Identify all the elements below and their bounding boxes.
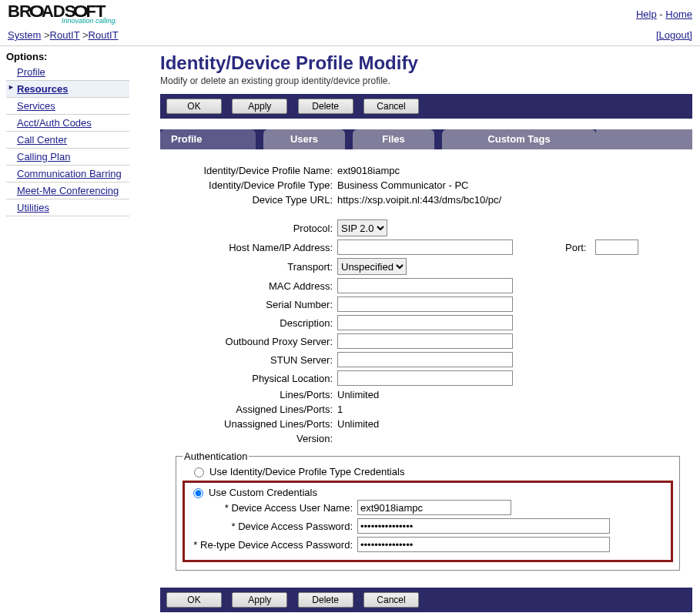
tab-files[interactable]: Files [353,129,434,149]
main-content: Identity/Device Profile Modify Modify or… [132,46,700,613]
crumb-sp2[interactable]: RoutIT [89,29,119,41]
lbl-assigned: Assigned Lines/Ports: [168,404,337,415]
port-input[interactable] [595,240,638,255]
host-input[interactable] [337,240,513,255]
help-link[interactable]: Help [636,8,657,20]
mac-input[interactable] [337,278,513,293]
lbl-access-pw2: * Re-type Device Access Password: [189,539,357,551]
options-label: Options: [6,51,129,62]
description-input[interactable] [337,315,513,330]
phys-loc-input[interactable] [337,370,513,386]
protocol-select[interactable]: SIP 2.0 [337,219,387,236]
serial-input[interactable] [337,296,513,312]
tab-users[interactable]: Users [263,129,345,149]
sidebar-item-meetme[interactable]: Meet-Me Conferencing [6,183,129,199]
ok-button[interactable]: OK [166,99,222,114]
radio-custom-creds[interactable] [193,488,203,498]
breadcrumb: System >RoutIT >RoutIT [8,29,119,41]
logo-block: BROADSOFT Innovation calling. [8,3,117,25]
sidebar-item-resources[interactable]: Resources [6,81,129,98]
logout-link[interactable]: [Logout] [656,29,692,41]
lbl-profile-type: Identity/Device Profile Type: [168,179,337,191]
custom-creds-highlight: Use Custom Credentials * Device Access U… [183,481,673,562]
lbl-access-user: * Device Access User Name: [189,502,357,514]
transport-select[interactable]: Unspecified [337,258,407,275]
cancel-button-bottom[interactable]: Cancel [363,592,419,608]
lbl-device-url: Device Type URL: [168,194,337,206]
crumb-system[interactable]: System [8,29,41,41]
proxy-input[interactable] [337,333,513,349]
apply-button-bottom[interactable]: Apply [232,592,287,608]
lbl-proxy: Outbound Proxy Server: [168,336,337,347]
home-link[interactable]: Home [665,8,692,20]
stun-input[interactable] [337,352,513,367]
apply-button[interactable]: Apply [232,99,287,114]
radio-profile-creds[interactable] [194,467,204,477]
lbl-host: Host Name/IP Address: [168,242,337,253]
val-profile-name: ext9018iampc [337,165,685,176]
tagline: Innovation calling. [62,17,117,25]
tabs: Profile Users Files Custom Tags [160,129,692,149]
sidebar-item-comm-barring[interactable]: Communication Barring [6,166,129,183]
sidebar-item-calling-plan[interactable]: Calling Plan [6,149,129,166]
auth-fieldset: Authentication Use Identity/Device Profi… [176,451,680,571]
lbl-stun: STUN Server: [168,354,337,366]
page-title: Identity/Device Profile Modify [160,52,692,74]
lbl-profile-creds: Use Identity/Device Profile Type Credent… [209,466,404,477]
lbl-lines-ports: Lines/Ports: [168,389,337,400]
action-bar-bottom: OK Apply Delete Cancel [160,588,692,612]
header: BROADSOFT Innovation calling. Help - Hom… [0,0,700,26]
delete-button-bottom[interactable]: Delete [298,592,353,608]
lbl-phys-loc: Physical Location: [168,373,337,384]
lbl-profile-name: Identity/Device Profile Name: [168,165,337,176]
access-pw2-input[interactable] [357,537,610,552]
access-user-input[interactable] [357,500,511,515]
profile-form: Identity/Device Profile Name:ext9018iamp… [160,149,692,581]
action-bar-top: OK Apply Delete Cancel [160,94,692,119]
delete-button[interactable]: Delete [298,99,353,114]
tab-custom-tags[interactable]: Custom Tags [442,129,596,149]
val-lines-ports: Unlimited [337,389,685,400]
lbl-port: Port: [565,242,586,253]
sidebar-item-services[interactable]: Services [6,98,129,115]
subbar: System >RoutIT >RoutIT [Logout] [0,26,700,46]
val-device-url: https://xsp.voipit.nl:443/dms/bc10/pc/ [337,194,685,206]
lbl-unassigned: Unassigned Lines/Ports: [168,418,337,430]
cancel-button[interactable]: Cancel [363,99,419,114]
ok-button-bottom[interactable]: OK [166,592,222,608]
lbl-transport: Transport: [168,261,337,273]
sidebar-item-profile[interactable]: Profile [6,64,129,81]
val-assigned: 1 [337,404,685,415]
tab-profile[interactable]: Profile [160,129,256,149]
sidebar-item-utilities[interactable]: Utilities [6,199,129,216]
page-subtitle: Modify or delete an existing group ident… [160,75,692,86]
lbl-mac: MAC Address: [168,280,337,292]
lbl-access-pw: * Device Access Password: [189,521,357,532]
top-links: Help - Home [636,8,692,20]
val-profile-type: Business Communicator - PC [337,179,685,191]
auth-legend: Authentication [183,451,249,462]
sidebar: Options: Profile Resources Services Acct… [0,46,132,221]
lbl-description: Description: [168,317,337,329]
lbl-serial: Serial Number: [168,299,337,310]
sidebar-item-acct-auth[interactable]: Acct/Auth Codes [6,115,129,132]
lbl-protocol: Protocol: [168,223,337,234]
val-unassigned: Unlimited [337,418,685,430]
lbl-version: Version: [168,433,337,444]
lbl-custom-creds: Use Custom Credentials [209,487,317,498]
access-pw-input[interactable] [357,518,610,534]
crumb-sp1[interactable]: RoutIT [50,29,80,41]
sidebar-item-call-center[interactable]: Call Center [6,132,129,149]
